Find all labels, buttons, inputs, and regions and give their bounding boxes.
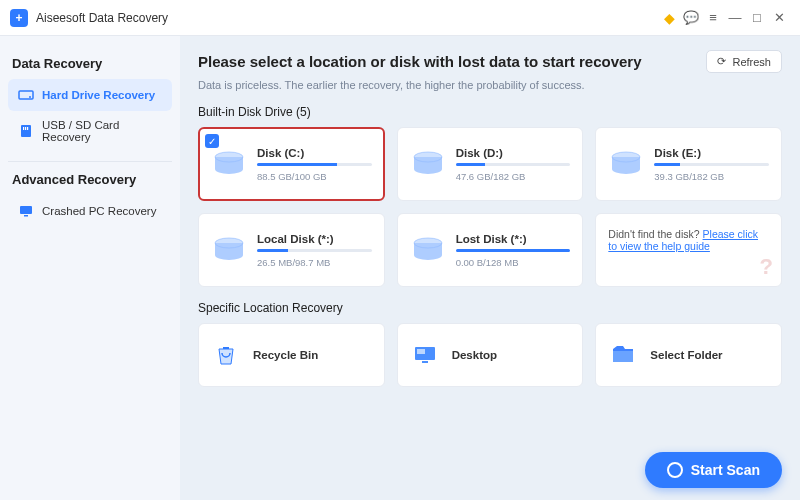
menu-icon[interactable]: ≡ (702, 7, 724, 29)
disk-grid: ✓Disk (C:)88.5 GB/100 GBDisk (D:)47.6 GB… (198, 127, 782, 287)
titlebar: + Aiseesoft Data Recovery ◆ 💬 ≡ — □ ✕ (0, 0, 800, 36)
location-card[interactable]: Recycle Bin (198, 323, 385, 387)
disk-size: 88.5 GB/100 GB (257, 171, 372, 182)
disk-name: Local Disk (*:) (257, 233, 372, 245)
disk-size: 47.6 GB/182 GB (456, 171, 571, 182)
disk-info: Disk (C:)88.5 GB/100 GB (257, 147, 372, 182)
refresh-icon: ⟳ (717, 55, 726, 68)
refresh-label: Refresh (732, 56, 771, 68)
svg-rect-5 (27, 127, 28, 130)
disk-card[interactable]: Lost Disk (*:)0.00 B/128 MB (397, 213, 584, 287)
svg-rect-6 (20, 206, 32, 214)
disk-card[interactable]: ✓Disk (C:)88.5 GB/100 GB (198, 127, 385, 201)
disk-icon (608, 150, 644, 178)
usage-bar (456, 249, 571, 252)
disk-name: Disk (D:) (456, 147, 571, 159)
app-title: Aiseesoft Data Recovery (36, 11, 168, 25)
location-grid: Recycle BinDesktopSelect Folder (198, 323, 782, 387)
location-icon (410, 340, 440, 370)
question-icon: ? (760, 254, 773, 280)
usage-bar (456, 163, 571, 166)
disk-info: Disk (D:)47.6 GB/182 GB (456, 147, 571, 182)
location-card[interactable]: Desktop (397, 323, 584, 387)
disk-info: Lost Disk (*:)0.00 B/128 MB (456, 233, 571, 268)
disk-name: Disk (E:) (654, 147, 769, 159)
disk-card[interactable]: Local Disk (*:)26.5 MB/98.7 MB (198, 213, 385, 287)
disk-icon (211, 236, 247, 264)
page-subtitle: Data is priceless. The earlier the recov… (198, 79, 782, 91)
sidebar-item-label: USB / SD Card Recovery (42, 119, 162, 143)
sidebar-item-label: Hard Drive Recovery (42, 89, 155, 101)
group-label-builtin-disks: Built-in Disk Drive (5) (198, 105, 782, 119)
group-label-specific-location: Specific Location Recovery (198, 301, 782, 315)
help-text: Didn't find the disk? (608, 228, 702, 240)
svg-rect-7 (24, 215, 28, 217)
hard-drive-icon (18, 87, 34, 103)
start-scan-button[interactable]: Start Scan (645, 452, 782, 488)
maximize-button[interactable]: □ (746, 7, 768, 29)
disk-name: Disk (C:) (257, 147, 372, 159)
disk-name: Lost Disk (*:) (456, 233, 571, 245)
disk-size: 0.00 B/128 MB (456, 257, 571, 268)
sidebar-item-crashed-pc-recovery[interactable]: Crashed PC Recovery (8, 195, 172, 227)
disk-info: Local Disk (*:)26.5 MB/98.7 MB (257, 233, 372, 268)
app-logo-icon: + (10, 9, 28, 27)
selected-check-icon: ✓ (205, 134, 219, 148)
svg-rect-0 (19, 91, 33, 99)
disk-icon (410, 236, 446, 264)
feedback-icon[interactable]: 💬 (680, 7, 702, 29)
page-title: Please select a location or disk with lo… (198, 53, 696, 70)
sd-card-icon (18, 123, 34, 139)
location-label: Select Folder (650, 349, 722, 361)
location-label: Desktop (452, 349, 497, 361)
monitor-icon (18, 203, 34, 219)
sidebar-item-hard-drive-recovery[interactable]: Hard Drive Recovery (8, 79, 172, 111)
svg-rect-20 (422, 361, 428, 363)
disk-icon (410, 150, 446, 178)
disk-icon (211, 150, 247, 178)
disk-size: 26.5 MB/98.7 MB (257, 257, 372, 268)
location-label: Recycle Bin (253, 349, 318, 361)
svg-rect-4 (25, 127, 26, 130)
svg-point-1 (29, 96, 31, 98)
main-content: Please select a location or disk with lo… (180, 36, 800, 500)
start-scan-label: Start Scan (691, 462, 760, 478)
svg-rect-19 (417, 349, 425, 354)
location-icon (608, 340, 638, 370)
location-icon (211, 340, 241, 370)
refresh-button[interactable]: ⟳ Refresh (706, 50, 782, 73)
sidebar-item-usb-sd-recovery[interactable]: USB / SD Card Recovery (8, 111, 172, 151)
location-card[interactable]: Select Folder (595, 323, 782, 387)
disk-card[interactable]: Disk (E:)39.3 GB/182 GB (595, 127, 782, 201)
help-card: Didn't find the disk? Please click to vi… (595, 213, 782, 287)
scan-icon (667, 462, 683, 478)
svg-rect-3 (23, 127, 24, 130)
disk-card[interactable]: Disk (D:)47.6 GB/182 GB (397, 127, 584, 201)
sidebar-section-advanced-recovery: Advanced Recovery (12, 172, 168, 187)
sidebar-section-data-recovery: Data Recovery (12, 56, 168, 71)
sidebar-item-label: Crashed PC Recovery (42, 205, 156, 217)
usage-bar (257, 249, 372, 252)
usage-bar (654, 163, 769, 166)
close-button[interactable]: ✕ (768, 7, 790, 29)
minimize-button[interactable]: — (724, 7, 746, 29)
usage-bar (257, 163, 372, 166)
upgrade-icon[interactable]: ◆ (658, 7, 680, 29)
sidebar: Data Recovery Hard Drive Recovery USB / … (0, 36, 180, 500)
disk-info: Disk (E:)39.3 GB/182 GB (654, 147, 769, 182)
disk-size: 39.3 GB/182 GB (654, 171, 769, 182)
svg-rect-2 (21, 125, 31, 137)
